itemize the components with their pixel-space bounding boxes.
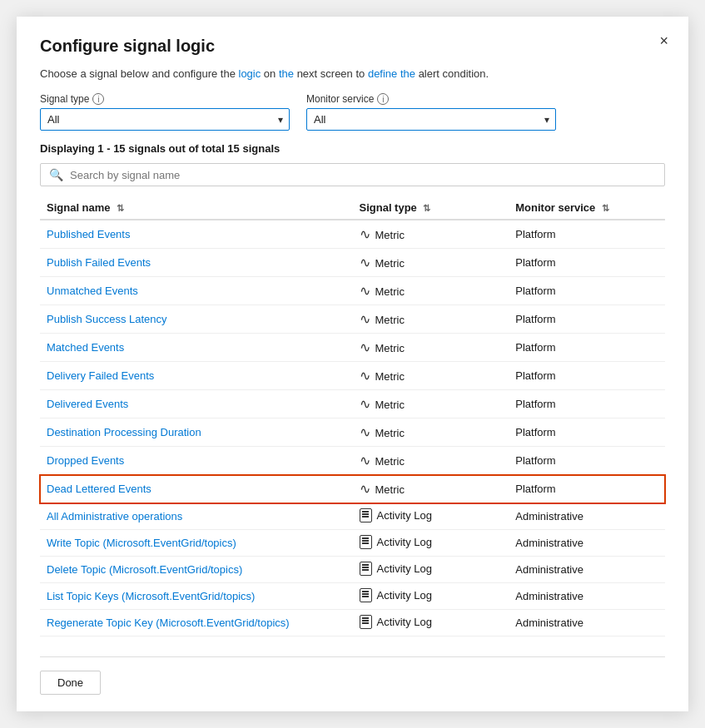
monitor-service-cell: Administrative [509,530,665,557]
monitor-service-cell: Administrative [509,610,665,636]
signal-name-cell: Unmatched Events [40,277,353,305]
table-row[interactable]: List Topic Keys (Microsoft.EventGrid/top… [40,583,665,610]
metric-icon: ∿ [360,368,370,384]
monitor-service-cell: Administrative [509,503,665,530]
signal-name-link[interactable]: Matched Events [47,341,124,354]
monitor-service-cell: Platform [509,277,665,305]
signal-name-link[interactable]: Publish Failed Events [47,256,151,269]
signal-type-cell: Activity Log [353,610,509,636]
signal-name-cell: Matched Events [40,334,353,362]
table-row[interactable]: Destination Processing Duration∿MetricPl… [40,418,665,447]
activity-icon [360,562,372,576]
monitor-service-header[interactable]: Monitor service ⇅ [509,196,665,220]
table-row[interactable]: Dead Lettered Events∿MetricPlatform [40,475,665,503]
metric-icon: ∿ [360,453,370,468]
signal-type-label: Signal type i [40,93,290,105]
signal-type-info-icon[interactable]: i [92,93,104,105]
monitor-service-cell: Platform [509,249,665,277]
table-header-row: Signal name ⇅ Signal type ⇅ Monitor serv… [40,196,665,220]
dialog-description: Choose a signal below and configure the … [40,67,665,80]
signal-type-cell: ∿Metric [353,334,509,362]
monitor-service-cell: Platform [509,390,665,418]
close-button[interactable]: × [654,32,673,50]
signal-type-header[interactable]: Signal type ⇅ [353,196,509,220]
monitor-service-sort-icon: ⇅ [602,203,609,213]
signal-type-value: Metric [375,285,405,298]
signal-name-link[interactable]: Dropped Events [47,454,124,467]
signal-type-cell: Activity Log [353,530,509,557]
signal-name-cell: Delivered Events [40,390,353,418]
signal-type-cell: ∿Metric [353,418,509,447]
signal-type-value: Activity Log [377,616,432,628]
metric-icon: ∿ [360,283,370,299]
table-row[interactable]: Publish Failed Events∿MetricPlatform [40,249,665,277]
signal-name-link[interactable]: All Administrative operations [47,510,182,522]
signal-name-link[interactable]: List Topic Keys (Microsoft.EventGrid/top… [47,590,255,602]
signal-type-cell: ∿Metric [353,277,509,305]
monitor-service-select[interactable]: All Platform Administrative [306,108,556,131]
search-input[interactable] [70,169,656,181]
filter-row: Signal type i All Metric Activity Log ▾ … [40,93,665,131]
signal-type-value: Activity Log [377,536,432,548]
signal-name-link[interactable]: Delivered Events [47,398,128,410]
monitor-service-cell: Platform [509,362,665,390]
signal-type-cell: ∿Metric [353,362,509,390]
table-row[interactable]: Regenerate Topic Key (Microsoft.EventGri… [40,610,665,636]
table-row[interactable]: Published Events∿MetricPlatform [40,220,665,249]
metric-icon: ∿ [360,424,370,440]
signal-name-cell: Write Topic (Microsoft.EventGrid/topics) [40,530,353,557]
metric-icon: ∿ [360,255,370,270]
table-row[interactable]: Delivery Failed Events∿MetricPlatform [40,362,665,390]
signal-type-value: Metric [375,399,405,411]
signal-name-link[interactable]: Publish Success Latency [47,313,167,325]
table-row[interactable]: Unmatched Events∿MetricPlatform [40,277,665,305]
table-row[interactable]: Matched Events∿MetricPlatform [40,334,665,362]
table-row[interactable]: Publish Success Latency∿MetricPlatform [40,305,665,334]
signal-name-link[interactable]: Delivery Failed Events [47,369,154,382]
table-row[interactable]: Dropped Events∿MetricPlatform [40,447,665,475]
signal-type-value: Metric [375,483,405,496]
signal-type-value: Activity Log [377,562,432,575]
search-box: 🔍 [40,163,665,186]
signal-name-header[interactable]: Signal name ⇅ [40,196,353,220]
monitor-service-cell: Platform [509,475,665,503]
signal-type-cell: ∿Metric [353,305,509,334]
signal-type-value: Metric [375,427,405,439]
signal-type-group: Signal type i All Metric Activity Log ▾ [40,93,290,131]
done-button[interactable]: Done [40,671,101,695]
monitor-service-cell: Platform [509,305,665,334]
monitor-service-cell: Platform [509,447,665,475]
table-row[interactable]: Write Topic (Microsoft.EventGrid/topics)… [40,530,665,557]
monitor-service-cell: Administrative [509,583,665,610]
monitor-service-select-wrapper: All Platform Administrative ▾ [306,108,556,131]
signal-name-link[interactable]: Delete Topic (Microsoft.EventGrid/topics… [47,563,242,576]
activity-icon [360,508,372,522]
dialog-footer: Done [40,656,665,695]
signal-name-link[interactable]: Published Events [47,228,130,240]
search-icon: 🔍 [49,168,63,181]
signal-type-cell: ∿Metric [353,390,509,418]
signal-name-cell: Regenerate Topic Key (Microsoft.EventGri… [40,610,353,636]
dialog-title: Configure signal logic [40,37,665,56]
signal-type-value: Activity Log [377,589,432,602]
signal-name-cell: Publish Failed Events [40,249,353,277]
signal-name-link[interactable]: Unmatched Events [47,285,138,297]
table-row[interactable]: Delivered Events∿MetricPlatform [40,390,665,418]
signal-name-link[interactable]: Destination Processing Duration [47,426,201,438]
signal-name-cell: Dead Lettered Events [40,475,353,503]
monitor-service-info-icon[interactable]: i [377,93,389,105]
signals-table: Signal name ⇅ Signal type ⇅ Monitor serv… [40,196,665,636]
signal-name-link[interactable]: Write Topic (Microsoft.EventGrid/topics) [47,537,236,549]
signal-name-cell: Destination Processing Duration [40,418,353,447]
signal-type-select[interactable]: All Metric Activity Log [40,108,290,131]
metric-icon: ∿ [360,339,370,355]
signal-name-link[interactable]: Regenerate Topic Key (Microsoft.EventGri… [47,617,290,629]
signal-type-value: Activity Log [377,509,432,522]
signal-name-link[interactable]: Dead Lettered Events [47,483,151,495]
signal-type-cell: ∿Metric [353,249,509,277]
table-row[interactable]: Delete Topic (Microsoft.EventGrid/topics… [40,557,665,583]
signal-type-cell: Activity Log [353,557,509,583]
table-row[interactable]: All Administrative operations Activity L… [40,503,665,530]
signal-type-cell: Activity Log [353,503,509,530]
signal-name-cell: Published Events [40,220,353,249]
